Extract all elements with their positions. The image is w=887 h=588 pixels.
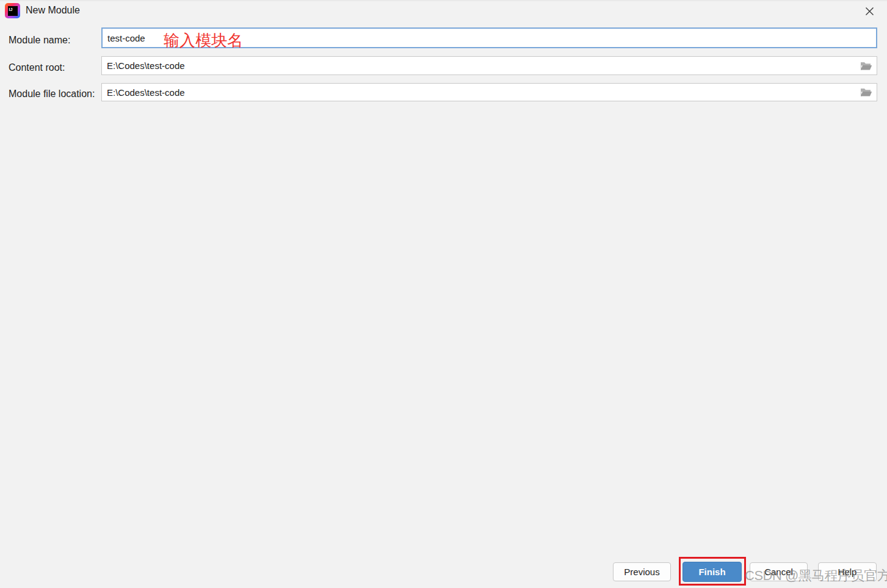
module-file-location-input[interactable] — [101, 83, 877, 101]
close-icon — [865, 7, 874, 16]
module-name-label: Module name: — [9, 35, 70, 46]
content-root-label: Content root: — [9, 62, 65, 73]
module-file-location-label: Module file location: — [9, 89, 95, 100]
finish-button[interactable]: Finish — [682, 562, 742, 582]
intellij-idea-logo-icon: IJ — [5, 3, 20, 18]
content-root-input[interactable] — [101, 56, 877, 75]
open-folder-icon — [860, 88, 872, 97]
help-button[interactable]: Help — [818, 562, 877, 581]
intellij-idea-logo-text: IJ — [8, 6, 18, 16]
close-button[interactable] — [859, 2, 880, 20]
content-root-browse-button[interactable] — [858, 59, 874, 73]
previous-button[interactable]: Previous — [613, 562, 671, 581]
window-title: New Module — [26, 5, 80, 16]
open-folder-icon — [860, 62, 872, 71]
module-name-input[interactable] — [101, 27, 877, 48]
title-bar: IJ New Module — [0, 0, 887, 22]
module-file-location-browse-button[interactable] — [858, 85, 874, 99]
cancel-button[interactable]: Cancel — [750, 562, 808, 581]
